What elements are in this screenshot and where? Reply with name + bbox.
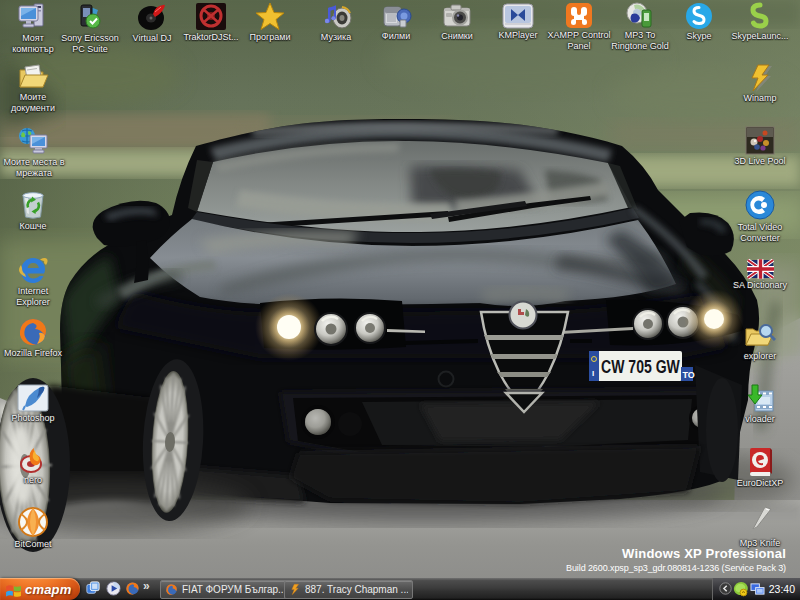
svg-text:I: I <box>592 369 594 378</box>
svg-text:TO: TO <box>683 370 695 380</box>
svg-text:CW 705 GW: CW 705 GW <box>601 356 680 378</box>
